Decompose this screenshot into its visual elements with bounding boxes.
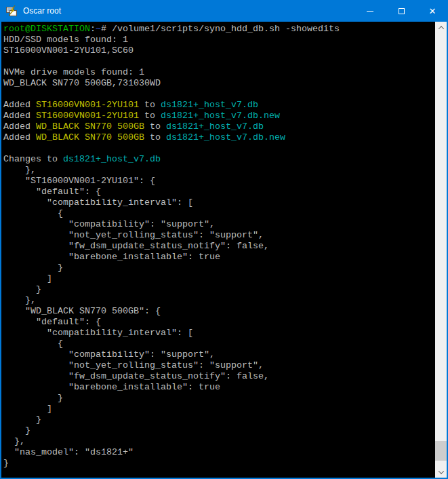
scroll-down-button[interactable] xyxy=(435,466,447,478)
terminal-line: "compatibility_interval": [ xyxy=(3,197,435,208)
window-title: Oscar root xyxy=(23,6,354,16)
terminal-line: "default": { xyxy=(3,187,435,197)
terminal-line: }, xyxy=(3,295,435,306)
minimize-icon xyxy=(367,11,373,12)
terminal-line xyxy=(3,56,435,67)
terminal-line: "not_yet_rolling_status": "support", xyxy=(3,360,435,371)
putty-icon[interactable] xyxy=(6,5,17,16)
terminal-line: ST16000VN001-2YU101,SC60 xyxy=(3,45,435,56)
terminal-line: "not_yet_rolling_status": "support", xyxy=(3,230,435,241)
terminal-line: HDD/SSD models found: 1 xyxy=(3,35,435,45)
terminal-line: Added ST16000VN001-2YU101 to ds1821+_hos… xyxy=(3,100,435,111)
terminal-line: Added WD_BLACK SN770 500GB to ds1821+_ho… xyxy=(3,132,435,143)
putty-window: Oscar root ✕ root@DISKSTATION:~# /volume… xyxy=(0,0,448,479)
terminal-line: Added ST16000VN001-2YU101 to ds1821+_hos… xyxy=(3,111,435,121)
terminal-line: "compatibility": "support", xyxy=(3,219,435,230)
terminal-line: } xyxy=(3,415,435,425)
terminal-line: }, xyxy=(3,165,435,176)
terminal-line: }, xyxy=(3,436,435,447)
terminal-line: "default": { xyxy=(3,317,435,328)
terminal-output[interactable]: root@DISKSTATION:~# /volume1/scripts/syn… xyxy=(1,22,435,478)
terminal-line: { xyxy=(3,208,435,219)
close-icon: ✕ xyxy=(429,7,436,16)
close-button[interactable]: ✕ xyxy=(417,0,448,22)
terminal-line: WD_BLACK SN770 500GB,731030WD xyxy=(3,78,435,89)
terminal-line: ] xyxy=(3,273,435,284)
maximize-button[interactable] xyxy=(386,0,417,22)
terminal-line: "barebone_installable": true xyxy=(3,252,435,263)
terminal-line: } xyxy=(3,458,435,469)
terminal-line: root@DISKSTATION:~# /volume1/scripts/syn… xyxy=(3,24,435,35)
terminal-line: } xyxy=(3,284,435,295)
minimize-button[interactable] xyxy=(354,0,386,22)
terminal-line: Changes to ds1821+_host_v7.db xyxy=(3,154,435,165)
titlebar[interactable]: Oscar root ✕ xyxy=(0,0,448,22)
terminal-line: "fw_dsm_update_status_notify": false, xyxy=(3,371,435,382)
terminal-line: "ST16000VN001-2YU101": { xyxy=(3,176,435,187)
terminal-line: "WD_BLACK SN770 500GB": { xyxy=(3,306,435,317)
scrollbar[interactable] xyxy=(435,22,447,478)
terminal-line: "compatibility_interval": [ xyxy=(3,328,435,339)
chevron-down-icon xyxy=(438,468,443,474)
terminal-line: NVMe drive models found: 1 xyxy=(3,67,435,78)
terminal-line xyxy=(3,143,435,154)
chevron-up-icon xyxy=(438,26,443,31)
terminal-line: } xyxy=(3,263,435,273)
terminal-line: "nas_model": "ds1821+" xyxy=(3,447,435,458)
scroll-up-button[interactable] xyxy=(435,22,447,33)
terminal-line: Added WD_BLACK SN770 500GB to ds1821+_ho… xyxy=(3,121,435,132)
terminal-line: } xyxy=(3,393,435,404)
scrollbar-thumb[interactable] xyxy=(435,441,447,461)
terminal-line: } xyxy=(3,425,435,436)
terminal-line: "barebone_installable": true xyxy=(3,382,435,393)
maximize-icon xyxy=(399,8,405,14)
terminal-line: "fw_dsm_update_status_notify": false, xyxy=(3,241,435,252)
window-body: root@DISKSTATION:~# /volume1/scripts/syn… xyxy=(0,22,448,479)
terminal-line xyxy=(3,89,435,100)
terminal-line: { xyxy=(3,339,435,349)
terminal-line: "compatibility": "support", xyxy=(3,349,435,360)
terminal-line: ] xyxy=(3,404,435,415)
